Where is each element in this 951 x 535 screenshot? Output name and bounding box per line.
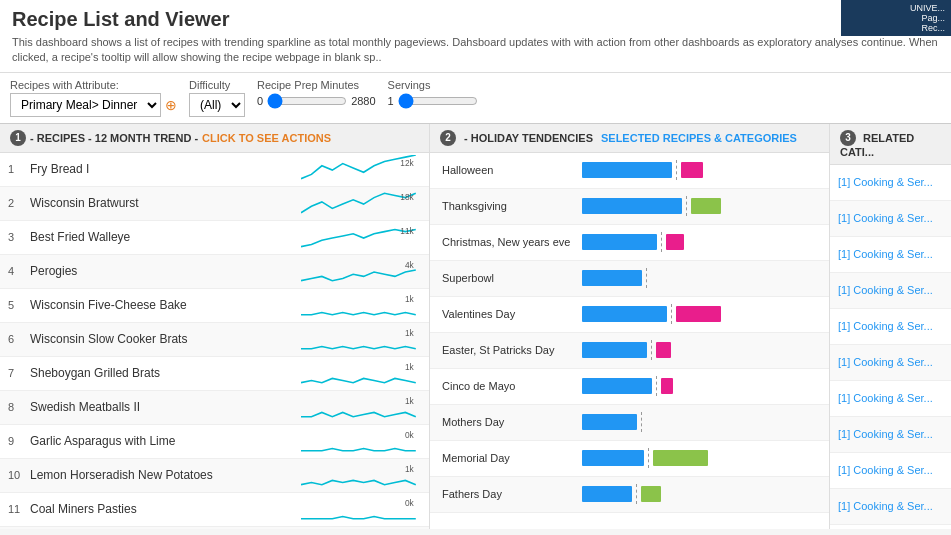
panel1-title: - RECIPES - 12 MONTH TREND - [30, 132, 198, 144]
recipes-list: 1Fry Bread I 12k 2Wisconsin Bratwurst 18… [0, 153, 429, 529]
reference-line [671, 304, 672, 324]
related-panel: 3 RELATED CATI... [1] Cooking & Ser...[1… [830, 124, 951, 529]
prep-control: Recipe Prep Minutes 0 2880 [257, 79, 376, 109]
servings-slider[interactable] [398, 93, 478, 109]
recipe-number: 8 [8, 401, 30, 413]
bar-green [641, 486, 661, 502]
recipe-name: Garlic Asparagus with Lime [30, 434, 301, 448]
servings-control: Servings 1 [388, 79, 478, 109]
sparkline-chart: 1k [301, 291, 421, 319]
recipe-number: 7 [8, 367, 30, 379]
list-item[interactable]: Thanksgiving [430, 189, 829, 225]
table-row[interactable]: 2Wisconsin Bratwurst 18k [0, 187, 429, 221]
reference-line [636, 484, 637, 504]
recipe-name: Wisconsin Slow Cooker Brats [30, 332, 301, 346]
svg-text:1k: 1k [405, 328, 415, 338]
list-item[interactable]: Fathers Day [430, 477, 829, 513]
list-item[interactable]: Valentines Day [430, 297, 829, 333]
list-item[interactable]: [1] Cooking & Ser... [830, 489, 951, 525]
page-title: Recipe List and Viewer [12, 8, 939, 31]
recipe-number: 4 [8, 265, 30, 277]
table-row[interactable]: 1Fry Bread I 12k [0, 153, 429, 187]
holiday-bars [582, 376, 821, 396]
list-item[interactable]: [1] Cooking & Ser... [830, 525, 951, 529]
attribute-select[interactable]: Primary Meal> Dinner [10, 93, 161, 117]
list-item[interactable]: [1] Cooking & Ser... [830, 165, 951, 201]
table-row[interactable]: 5Wisconsin Five-Cheese Bake 1k [0, 289, 429, 323]
bar-cyan [582, 342, 647, 358]
list-item[interactable]: [1] Cooking & Ser... [830, 273, 951, 309]
table-row[interactable]: 8Swedish Meatballs II 1k [0, 391, 429, 425]
click-to-see-actions[interactable]: CLICK TO SEE ACTIONS [202, 132, 331, 144]
recipe-name: Lemon Horseradish New Potatoes [30, 468, 301, 482]
holiday-bars [582, 304, 821, 324]
list-item[interactable]: Memorial Day [430, 441, 829, 477]
table-row[interactable]: 4Perogies 4k [0, 255, 429, 289]
sparkline-chart: 0k [301, 427, 421, 455]
bar-cyan [582, 450, 644, 466]
svg-text:1k: 1k [405, 464, 415, 474]
recipe-name: Sheboygan Grilled Brats [30, 366, 301, 380]
table-row[interactable]: 7Sheboygan Grilled Brats 1k [0, 357, 429, 391]
list-item[interactable]: [1] Cooking & Ser... [830, 381, 951, 417]
holiday-name: Valentines Day [442, 308, 582, 320]
list-item[interactable]: [1] Cooking & Ser... [830, 417, 951, 453]
reference-line [686, 196, 687, 216]
list-item[interactable]: Halloween [430, 153, 829, 189]
list-item[interactable]: Christmas, New years eve [430, 225, 829, 261]
difficulty-select[interactable]: (All) [189, 93, 245, 117]
holiday-name: Easter, St Patricks Day [442, 344, 582, 356]
bar-pink [666, 234, 684, 250]
list-item[interactable]: Mothers Day [430, 405, 829, 441]
difficulty-control: Difficulty (All) [189, 79, 245, 117]
svg-text:0k: 0k [405, 430, 415, 440]
recipe-number: 1 [8, 163, 30, 175]
bar-cyan [582, 198, 682, 214]
reference-line [651, 340, 652, 360]
difficulty-label: Difficulty [189, 79, 245, 91]
recipe-number: 11 [8, 503, 30, 515]
bar-pink [656, 342, 671, 358]
recipe-number: 9 [8, 435, 30, 447]
sparkline-chart: 1k [301, 393, 421, 421]
prep-max: 2880 [351, 95, 375, 107]
list-item[interactable]: Superbowl [430, 261, 829, 297]
table-row[interactable]: 9Garlic Asparagus with Lime 0k [0, 425, 429, 459]
list-item[interactable]: [1] Cooking & Ser... [830, 453, 951, 489]
recipe-name: Perogies [30, 264, 301, 278]
bar-cyan [582, 270, 642, 286]
list-item[interactable]: [1] Cooking & Ser... [830, 345, 951, 381]
main-content: 1 - RECIPES - 12 MONTH TREND - CLICK TO … [0, 124, 951, 529]
holiday-panel-header: 2 - HOLIDAY TENDENCIES SELECTED RECIPES … [430, 124, 829, 153]
recipe-number: 3 [8, 231, 30, 243]
table-row[interactable]: 3Best Fried Walleye 11k [0, 221, 429, 255]
table-row[interactable]: 12Booyah Chicken 1k [0, 527, 429, 529]
reference-line [656, 376, 657, 396]
recipe-number: 10 [8, 469, 30, 481]
recipe-name: Wisconsin Bratwurst [30, 196, 301, 210]
recipe-number: 2 [8, 197, 30, 209]
recipe-number: 5 [8, 299, 30, 311]
filter-icon[interactable]: ⊕ [165, 97, 177, 113]
recipes-panel-header: 1 - RECIPES - 12 MONTH TREND - CLICK TO … [0, 124, 429, 153]
reference-line [661, 232, 662, 252]
bar-cyan [582, 234, 657, 250]
list-item[interactable]: [1] Cooking & Ser... [830, 309, 951, 345]
holiday-bars [582, 484, 821, 504]
table-row[interactable]: 11Coal Miners Pasties 0k [0, 493, 429, 527]
list-item[interactable]: [1] Cooking & Ser... [830, 237, 951, 273]
related-panel-header: 3 RELATED CATI... [830, 124, 951, 165]
list-item[interactable]: Easter, St Patricks Day [430, 333, 829, 369]
recipe-name: Wisconsin Five-Cheese Bake [30, 298, 301, 312]
holiday-name: Superbowl [442, 272, 582, 284]
bar-pink [676, 306, 721, 322]
servings-min: 1 [388, 95, 394, 107]
holiday-bars [582, 196, 821, 216]
list-item[interactable]: Cinco de Mayo [430, 369, 829, 405]
table-row[interactable]: 10Lemon Horseradish New Potatoes 1k [0, 459, 429, 493]
svg-text:11k: 11k [400, 226, 414, 236]
list-item[interactable]: [1] Cooking & Ser... [830, 201, 951, 237]
prep-slider[interactable] [267, 93, 347, 109]
reference-line [676, 160, 677, 180]
table-row[interactable]: 6Wisconsin Slow Cooker Brats 1k [0, 323, 429, 357]
